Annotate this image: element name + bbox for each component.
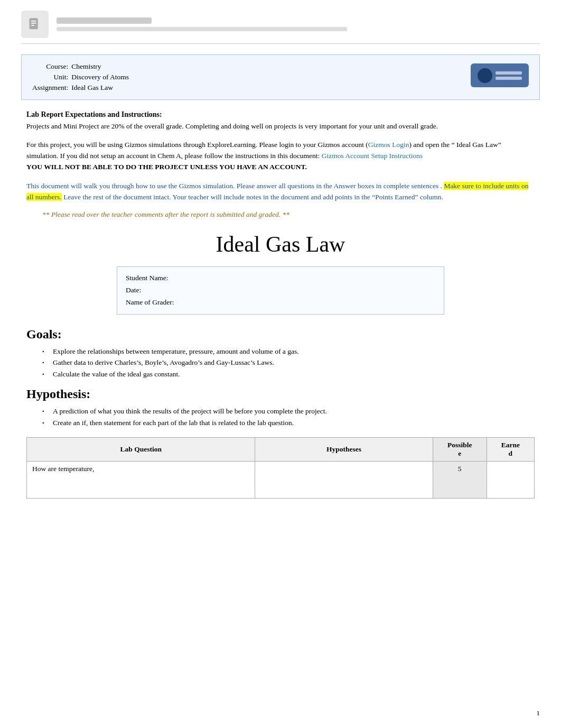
- col-possible: Possible e: [433, 437, 487, 461]
- svg-rect-0: [30, 18, 38, 29]
- avatar-text-bar-2: [495, 77, 522, 80]
- avatar-circle: [478, 68, 492, 83]
- unit-row: Unit: Discovery of Atoms: [32, 72, 133, 82]
- course-value: Chemistry: [71, 61, 133, 72]
- assignment-row: Assignment: Ideal Gas Law: [32, 82, 133, 93]
- goals-title: Goals:: [26, 327, 535, 342]
- hypothesis-item-2: Create an if, then statement for each pa…: [42, 417, 535, 429]
- page-wrapper: Course: Chemistry Unit: Discovery of Ato…: [0, 0, 561, 728]
- table-header-row: Lab Question Hypotheses Possible e Earne…: [27, 437, 535, 461]
- course-info-table: Course: Chemistry Unit: Discovery of Ato…: [32, 61, 133, 93]
- para2-prefix: For this project, you will be using Gizm…: [26, 141, 368, 149]
- header-title-bar: [57, 17, 152, 24]
- unit-value: Discovery of Atoms: [71, 72, 133, 82]
- svg-rect-2: [31, 23, 36, 24]
- earned-label2: d: [509, 449, 513, 457]
- grader-label: Name of Grader:: [126, 298, 174, 306]
- blue-paragraph: This document will walk you through how …: [26, 180, 535, 203]
- unit-label: Unit:: [32, 72, 71, 82]
- course-row: Course: Chemistry: [32, 61, 133, 72]
- assignment-colon: :: [67, 84, 69, 91]
- date-line: Date:: [126, 284, 435, 297]
- goals-item-3: Calculate the value of the ideal gas con…: [42, 368, 535, 380]
- avatar-text-bar-1: [495, 71, 522, 75]
- user-avatar: [471, 63, 529, 87]
- avatar-text-bars: [495, 71, 522, 80]
- earned-label1: Earne: [501, 441, 520, 449]
- blue-para2: Leave the rest of the document intact. Y…: [62, 193, 443, 201]
- goals-list: Explore the relationships between temper…: [42, 346, 535, 380]
- col-earned: Earne d: [487, 437, 534, 461]
- table-row: How are temperature, 5: [27, 461, 535, 498]
- possible-value: 5: [438, 465, 481, 473]
- table-cell-hypotheses: [255, 461, 433, 498]
- hypothesis-title: Hypothesis:: [26, 387, 535, 401]
- assignment-label: Assignment:: [32, 82, 71, 93]
- goals-item-1: Explore the relationships between temper…: [42, 346, 535, 357]
- student-name-label: Student Name:: [126, 274, 169, 282]
- possible-label2: e: [458, 449, 461, 457]
- course-info-box: Course: Chemistry Unit: Discovery of Ato…: [21, 54, 540, 100]
- asterisk-note: ** Please read over the teacher comments…: [42, 210, 535, 219]
- svg-rect-1: [31, 21, 36, 22]
- header-bar: [21, 11, 540, 44]
- para2: For this project, you will be using Gizm…: [26, 140, 535, 173]
- col-hypotheses: Hypotheses: [255, 437, 433, 461]
- col-lab-question: Lab Question: [27, 437, 255, 461]
- app-icon: [21, 11, 49, 38]
- table-cell-question: How are temperature,: [27, 461, 255, 498]
- header-title-area: [57, 17, 540, 31]
- hypothesis-item-1: A prediction of what you think the resul…: [42, 406, 535, 417]
- table-cell-earned: [487, 461, 534, 498]
- gizmos-login-link[interactable]: Gizmos Login: [368, 141, 409, 149]
- para1: Projects and Mini Project are 20% of the…: [26, 121, 535, 132]
- page-number: 1: [537, 709, 540, 717]
- blue-para1: This document will walk you through how …: [26, 182, 444, 190]
- course-label: Course:: [32, 61, 71, 72]
- main-title: Ideal Gas Law: [26, 232, 535, 257]
- assignment-value: Ideal Gas Law: [71, 82, 133, 93]
- table-cell-possible: 5: [433, 461, 487, 498]
- hypothesis-list: A prediction of what you think the resul…: [42, 406, 535, 428]
- date-label: Date:: [126, 286, 141, 294]
- assignment-label-text: Assignment: [32, 84, 67, 91]
- content-area: Lab Report Expectations and Instructions…: [21, 110, 540, 499]
- student-info-box: Student Name: Date: Name of Grader:: [117, 266, 444, 315]
- goals-item-2: Gather data to derive Charles’s, Boyle’s…: [42, 357, 535, 368]
- student-name-line: Student Name:: [126, 272, 435, 284]
- svg-rect-3: [31, 25, 34, 26]
- document-icon: [27, 17, 42, 32]
- lab-report-heading: Lab Report Expectations and Instructions…: [26, 110, 535, 119]
- hypothesis-table: Lab Question Hypotheses Possible e Earne…: [26, 437, 535, 499]
- grader-line: Name of Grader:: [126, 297, 435, 309]
- header-progress-bar: [57, 27, 347, 31]
- para2-end: YOU WILL NOT BE ABLE TO DO THE PROJECT U…: [26, 163, 307, 171]
- gizmos-account-link[interactable]: Gizmos Account Setup Instructions: [322, 152, 423, 160]
- possible-label1: Possible: [447, 441, 472, 449]
